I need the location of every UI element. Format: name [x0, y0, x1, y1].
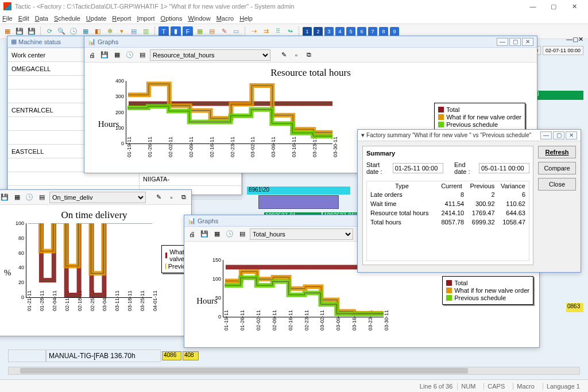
save-icon[interactable]: 💾	[199, 229, 210, 239]
close-button[interactable]: ✕	[564, 3, 585, 10]
view-1[interactable]: 1	[303, 27, 312, 36]
maximize-button[interactable]: ▢	[543, 3, 564, 10]
filter-icon[interactable]: ▾	[117, 26, 127, 37]
grid-icon[interactable]: ▦	[12, 192, 22, 203]
edit-icon[interactable]: ✎	[219, 26, 229, 37]
g1-close[interactable]: ✕	[522, 38, 533, 46]
search-icon[interactable]: 🔍	[56, 26, 67, 37]
fs-start-label: Start date :	[366, 161, 389, 175]
print-icon[interactable]: 🖨	[187, 229, 197, 239]
gantt-icon[interactable]: ▤	[207, 26, 217, 37]
menu-data[interactable]: Data	[35, 15, 48, 22]
copy-icon[interactable]: ⧉	[304, 50, 314, 60]
refresh-icon[interactable]: ⟳	[44, 26, 55, 37]
save-icon[interactable]: 💾	[14, 26, 25, 37]
grid-icon[interactable]: ▦	[212, 229, 222, 239]
l-button[interactable]: ▮	[171, 26, 181, 37]
mdi-close[interactable]: ✕	[578, 36, 583, 43]
page-icon[interactable]: ▫	[167, 192, 177, 203]
menu-macro[interactable]: Macro	[216, 15, 234, 22]
status-macro: Macro	[513, 383, 538, 390]
g1-dropdown[interactable]: Resource_total_hours	[150, 49, 270, 61]
menu-edit[interactable]: Edit	[18, 15, 29, 22]
clock-icon[interactable]: 🕓	[225, 229, 235, 239]
gantt-bar-b[interactable]: 8961\20	[247, 187, 350, 195]
t-button[interactable]: T	[158, 26, 169, 37]
table-row: Wait time411.54300.92110.62	[368, 200, 528, 208]
view-3[interactable]: 3	[324, 27, 334, 36]
ms-title: Machine status	[18, 38, 61, 45]
g1-min[interactable]: —	[497, 38, 508, 46]
view-9[interactable]: 9	[390, 27, 399, 36]
list-icon[interactable]: ▤	[129, 26, 139, 37]
table-row[interactable]: NIIGATA-	[8, 172, 242, 186]
tree-icon[interactable]: ▥	[141, 26, 151, 37]
flow1-icon[interactable]: ⇢	[249, 26, 259, 37]
g3-dropdown[interactable]: Total_hours	[250, 228, 353, 240]
fs-end-label: End date :	[454, 161, 475, 175]
save-all-icon[interactable]: 💾	[26, 26, 37, 37]
mdi-min[interactable]: —	[566, 36, 572, 43]
globe-icon[interactable]: ✻	[105, 26, 115, 37]
fs-end-input[interactable]	[479, 163, 529, 173]
print-icon[interactable]: ◧	[92, 26, 103, 37]
mdi-max[interactable]: ▢	[572, 36, 578, 43]
gantt-bar-e[interactable]: 0863	[566, 303, 583, 312]
view-7[interactable]: 7	[368, 27, 377, 36]
menu-options[interactable]: Options	[161, 15, 183, 22]
flow2-icon[interactable]: ⇉	[261, 26, 271, 37]
calendar-icon[interactable]: ▦	[80, 26, 91, 37]
copy-icon[interactable]: ⧉	[179, 192, 189, 203]
clock-icon[interactable]: 🕓	[125, 50, 135, 60]
gantt-bar-g[interactable]: 408	[183, 351, 199, 360]
g2-dropdown[interactable]: On_time_deliv	[49, 192, 146, 203]
menu-file[interactable]: File	[2, 15, 13, 22]
grid-icon[interactable]: ▦	[112, 50, 122, 60]
h-scrollbar[interactable]	[8, 367, 580, 375]
menu-update[interactable]: Update	[86, 15, 106, 22]
table-icon[interactable]: ▤	[37, 192, 47, 203]
menu-import[interactable]: Import	[137, 15, 154, 22]
g3-title: Graphs	[198, 218, 218, 224]
pencil-icon[interactable]: ✎	[278, 50, 289, 60]
save-icon[interactable]: 💾	[0, 192, 10, 203]
chart-icon[interactable]: ▦	[195, 26, 205, 37]
fs-close-button[interactable]: Close	[538, 178, 576, 191]
page-icon[interactable]: ▫	[291, 50, 301, 60]
gantt-bar-f[interactable]: 4086	[162, 351, 181, 360]
menu-window[interactable]: Window	[188, 15, 210, 22]
g1-chart-title: Resource total hours	[91, 67, 530, 79]
fs-compare-button[interactable]: Compare	[538, 162, 576, 174]
g3-ylabel: Hours	[191, 260, 223, 341]
clock-icon[interactable]: 🕓	[25, 192, 35, 203]
menu-report[interactable]: Report	[112, 15, 131, 22]
app-title: Tactic - <Factory : C:\TacticData\DLT-GR…	[15, 3, 295, 10]
view-8[interactable]: 8	[379, 27, 388, 36]
menu-help[interactable]: Help	[239, 15, 253, 22]
nodes-icon[interactable]: ⠿	[273, 26, 283, 37]
fs-max[interactable]: ▢	[553, 131, 564, 139]
minimize-button[interactable]: —	[523, 3, 543, 10]
fs-min[interactable]: —	[540, 131, 552, 139]
fs-close[interactable]: ✕	[566, 131, 577, 139]
table-icon[interactable]: ▤	[137, 50, 148, 60]
menu-schedule[interactable]: Schedule	[54, 15, 80, 22]
table-row: Total hours8057.786999.321058.47	[368, 218, 528, 226]
g1-max[interactable]: ▢	[509, 38, 521, 46]
view-4[interactable]: 4	[335, 27, 345, 36]
table-icon[interactable]: ▤	[237, 229, 247, 239]
view-5[interactable]: 5	[346, 27, 355, 36]
print-icon[interactable]: 🖨	[87, 50, 97, 60]
view-2[interactable]: 2	[314, 27, 323, 36]
new-icon[interactable]: ▦	[2, 26, 13, 37]
view-6[interactable]: 6	[357, 27, 366, 36]
pencil-icon[interactable]: ✎	[154, 192, 164, 203]
fs-start-input[interactable]	[393, 163, 443, 173]
save-icon[interactable]: 💾	[99, 50, 110, 60]
note-icon[interactable]: ▭	[231, 26, 241, 37]
fs-refresh-button[interactable]: Refresh	[538, 146, 576, 158]
clock-icon[interactable]: 🕓	[68, 26, 79, 37]
f-button[interactable]: F	[183, 26, 193, 37]
fs-icon: ▾	[361, 131, 365, 139]
link-icon[interactable]: ↬	[285, 26, 295, 37]
